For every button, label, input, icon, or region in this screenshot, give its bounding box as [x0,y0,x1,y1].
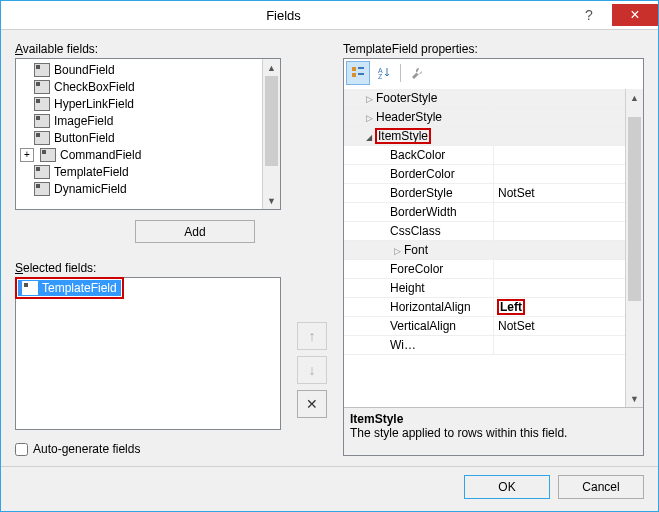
cancel-button[interactable]: Cancel [558,475,644,499]
svg-rect-1 [352,73,356,77]
prop-name-cell: BackColor [344,146,494,164]
propgrid-toolbar: AZ [344,59,643,87]
property-pages-button[interactable] [405,61,429,85]
propgrid-property[interactable]: ForeColor [344,260,643,279]
prop-name-cell: ItemStyle [344,127,494,145]
prop-name-cell: FooterStyle [344,89,494,107]
scroll-thumb[interactable] [628,117,641,301]
window-title: Fields [1,8,566,23]
propgrid-rows[interactable]: FooterStyleHeaderStyleItemStyleBackColor… [344,89,643,407]
fields-dialog: Fields ? × Available fields: BoundFieldC… [0,0,659,512]
scroll-up-icon[interactable]: ▲ [263,59,280,76]
delete-button[interactable]: ✕ [297,390,327,418]
prop-name: HeaderStyle [376,110,442,124]
propgrid-category[interactable]: Font [344,241,643,260]
available-field-item[interactable]: HyperLinkField [20,95,280,112]
prop-name-cell: BorderWidth [344,203,494,221]
field-type-icon [40,148,56,162]
property-grid: AZ FooterStyleHeaderStyleItemStyleBackCo… [343,58,644,456]
arrow-up-icon: ↑ [309,328,316,344]
prop-name-cell: Height [344,279,494,297]
autogen-row[interactable]: Auto-generate fields [15,442,281,456]
propgrid-category[interactable]: ItemStyle [344,127,643,146]
available-field-item[interactable]: CheckBoxField [20,78,280,95]
svg-rect-3 [358,73,364,75]
scroll-down-icon[interactable]: ▼ [626,390,643,407]
propgrid-property[interactable]: Height [344,279,643,298]
propgrid-category[interactable]: HeaderStyle [344,108,643,127]
available-fields-label: Available fields: [15,42,281,56]
move-down-button[interactable]: ↓ [297,356,327,384]
autogen-checkbox[interactable] [15,443,28,456]
svg-rect-2 [358,67,364,69]
prop-value-cell[interactable]: NotSet [494,319,643,333]
ok-button[interactable]: OK [464,475,550,499]
propgrid-property[interactable]: BorderStyleNotSet [344,184,643,203]
prop-value-cell[interactable]: NotSet [494,186,643,200]
prop-name: HorizontalAlign [390,300,471,314]
available-scrollbar[interactable]: ▲ ▼ [262,59,280,209]
help-button[interactable]: ? [566,4,612,26]
available-field-item[interactable]: TemplateField [20,163,280,180]
prop-name-cell: Wi… [344,336,494,354]
field-label: ButtonField [54,131,115,145]
propgrid-property[interactable]: BorderWidth [344,203,643,222]
categorized-button[interactable] [346,61,370,85]
add-button[interactable]: Add [135,220,255,243]
scroll-thumb[interactable] [265,76,278,166]
available-field-item[interactable]: BoundField [20,61,280,78]
available-field-item[interactable]: ButtonField [20,129,280,146]
expand-icon[interactable] [390,243,404,257]
desc-heading: ItemStyle [350,412,637,426]
field-label: DynamicField [54,182,127,196]
prop-name-cell: VerticalAlign [344,317,494,335]
propgrid-scrollbar[interactable]: ▲ ▼ [625,89,643,407]
prop-value: NotSet [498,186,535,200]
propgrid-property[interactable]: BackColor [344,146,643,165]
available-field-item[interactable]: ImageField [20,112,280,129]
field-label: HyperLinkField [54,97,134,111]
desc-text: The style applied to rows within this fi… [350,426,637,440]
collapse-icon[interactable] [362,129,376,143]
close-button[interactable]: × [612,4,658,26]
svg-rect-0 [352,67,356,71]
available-field-item[interactable]: +CommandField [20,146,280,163]
propgrid-description: ItemStyle The style applied to rows with… [344,407,643,455]
scroll-down-icon[interactable]: ▼ [263,192,280,209]
available-field-item[interactable]: DynamicField [20,180,280,197]
prop-name: Wi… [390,338,416,352]
prop-name: BorderWidth [390,205,457,219]
field-type-icon [34,182,50,196]
prop-value-cell[interactable]: Left [494,300,643,314]
prop-name: ItemStyle [376,129,430,143]
available-fields-list[interactable]: BoundFieldCheckBoxFieldHyperLinkFieldIma… [15,58,281,210]
prop-name: BorderColor [390,167,455,181]
selected-field-item[interactable]: TemplateField [18,280,121,296]
propgrid-property[interactable]: BorderColor [344,165,643,184]
titlebar: Fields ? × [1,1,658,30]
expander-icon[interactable]: + [20,148,34,162]
prop-name-cell: HeaderStyle [344,108,494,126]
selected-fields-list[interactable]: TemplateField [15,277,281,430]
propgrid-property[interactable]: Wi… [344,336,643,355]
scroll-up-icon[interactable]: ▲ [626,89,643,106]
prop-name-cell: BorderStyle [344,184,494,202]
field-label: CommandField [60,148,141,162]
move-up-button[interactable]: ↑ [297,322,327,350]
prop-name-cell: Font [344,241,494,259]
expand-icon[interactable] [362,110,376,124]
field-type-icon [34,63,50,77]
field-type-icon [34,114,50,128]
propgrid-property[interactable]: VerticalAlignNotSet [344,317,643,336]
propgrid-property[interactable]: HorizontalAlignLeft [344,298,643,317]
delete-icon: ✕ [306,396,318,412]
expand-icon[interactable] [362,91,376,105]
propgrid-property[interactable]: CssClass [344,222,643,241]
right-column: TemplateField properties: AZ FooterStyl [343,42,644,456]
template-field-icon [22,281,38,295]
categorized-icon [351,66,365,80]
selected-field-label: TemplateField [42,281,117,295]
propgrid-category[interactable]: FooterStyle [344,89,643,108]
alphabetical-button[interactable]: AZ [372,61,396,85]
prop-value: Left [498,300,524,314]
